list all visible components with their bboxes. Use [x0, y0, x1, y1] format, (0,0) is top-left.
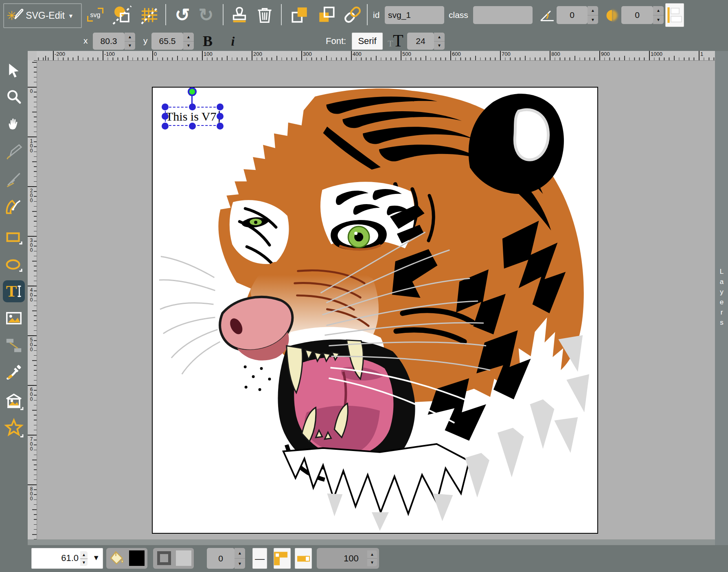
tool-star[interactable] [3, 417, 25, 439]
x-spinner[interactable]: ▲▼ [125, 33, 135, 50]
rotation-handle[interactable] [188, 87, 197, 96]
font-size-spinner[interactable]: ▲▼ [434, 33, 445, 50]
bold-button[interactable]: B [199, 32, 217, 51]
toolbar-separator [281, 4, 282, 25]
font-family-value: Serif [358, 36, 376, 46]
canvas-artwork-tiger[interactable] [153, 88, 597, 533]
undo-icon: ↺ [175, 4, 190, 25]
toolbar-separator [165, 4, 166, 25]
tool-image[interactable] [3, 308, 25, 330]
tool-text[interactable]: T [3, 280, 25, 302]
document-properties-button[interactable] [111, 4, 134, 26]
svg-source-button[interactable]: svg [85, 6, 106, 24]
stroke-color-swatch[interactable] [176, 550, 191, 566]
layers-panel-toggle[interactable]: Layers [715, 51, 728, 545]
blur-input[interactable] [621, 6, 653, 24]
doc-props-icon [112, 4, 133, 26]
move-top-icon [289, 4, 310, 25]
x-input[interactable] [93, 33, 125, 50]
pencil-icon [5, 143, 23, 161]
font-label: Font: [326, 36, 346, 46]
class-label: class [449, 10, 468, 20]
selection-handle-n[interactable] [189, 103, 196, 110]
editor-prefs-icon [139, 5, 160, 25]
tool-eyedropper[interactable] [3, 361, 25, 383]
linecap-icon [295, 548, 312, 569]
editor-preferences-button[interactable] [138, 4, 160, 26]
tool-select[interactable] [3, 59, 25, 81]
blur-tool [604, 7, 620, 24]
stroke-dash-select[interactable]: — [252, 548, 267, 569]
selection-handle-sw[interactable] [162, 123, 169, 130]
bold-label: B [203, 33, 213, 50]
selected-text-element[interactable]: This is V7 [166, 110, 216, 123]
move-to-bottom-button[interactable] [315, 3, 338, 26]
make-link-button[interactable] [341, 3, 364, 26]
opacity-control[interactable]: 100 ▲▼ [317, 548, 379, 569]
selection-handle-e[interactable] [217, 113, 224, 120]
y-spinner[interactable]: ▲▼ [183, 33, 194, 50]
tool-connector[interactable] [3, 334, 25, 356]
main-toolbar: ✳ SVG-Edit ▼ svg ↺ [0, 0, 728, 31]
zoom-dropdown-arrow[interactable]: ▼ [92, 554, 100, 562]
zoom-spinner[interactable]: ▲▼ [80, 551, 88, 566]
fill-color-control[interactable] [106, 548, 147, 569]
svg-source-bracket-icon [98, 8, 103, 13]
selection-handle-nw[interactable] [162, 103, 169, 110]
fill-color-swatch[interactable] [129, 550, 145, 566]
tool-line[interactable] [3, 168, 25, 190]
selection-handle-ne[interactable] [217, 103, 224, 110]
pan-hand-icon [6, 116, 22, 132]
stroke-width-spinner[interactable]: ▲▼ [235, 548, 245, 569]
tool-pan[interactable] [3, 113, 25, 135]
stroke-linejoin-button[interactable] [274, 548, 291, 569]
connector-icon [4, 336, 23, 355]
selection-handle-w[interactable] [162, 113, 169, 120]
tool-pencil[interactable] [3, 141, 25, 163]
stroke-frame-icon [157, 551, 171, 565]
zoom-value: 61.0 [61, 553, 79, 563]
horizontal-scrollbar[interactable] [28, 539, 715, 545]
italic-button[interactable]: i [225, 32, 241, 51]
zoom-control[interactable]: 61.0 ▲▼ ▼ [31, 548, 103, 569]
undo-button[interactable]: ↺ [173, 3, 192, 26]
italic-label: i [231, 34, 235, 49]
angle-input[interactable] [557, 6, 588, 24]
text-tool-panel: x ▲▼ y ▲▼ B i abcd abcd abcd Font: Serif… [0, 31, 728, 51]
toolbar-separator [367, 4, 368, 25]
clone-button[interactable] [229, 4, 250, 26]
tool-rect[interactable] [3, 227, 25, 249]
y-input[interactable] [151, 33, 183, 50]
class-input[interactable] [473, 6, 533, 24]
path-pen-icon [4, 198, 23, 216]
font-family-button[interactable]: Serif [352, 33, 383, 50]
tool-shape-library[interactable] [3, 390, 25, 412]
tool-ellipse[interactable] [3, 255, 25, 277]
blur-spinner[interactable]: ▲▼ [653, 6, 664, 24]
ruler-corner [28, 51, 37, 60]
svg-edit-app: { "app": { "logo_label": "SVG-Edit" }, "… [0, 0, 728, 572]
delete-button[interactable] [254, 4, 275, 26]
tool-zoom[interactable] [3, 86, 25, 108]
font-size-input[interactable] [407, 33, 434, 50]
move-to-top-button[interactable] [288, 3, 311, 26]
stroke-width-input[interactable] [207, 548, 235, 569]
selection-handle-s[interactable] [189, 123, 196, 130]
id-input[interactable] [385, 6, 444, 24]
y-label: y [143, 36, 148, 46]
delete-trash-icon [256, 6, 274, 24]
svg-canvas[interactable]: This is V7 [152, 87, 598, 534]
logo-menu-button[interactable]: ✳ SVG-Edit ▼ [3, 3, 82, 28]
blur-icon [605, 8, 619, 23]
tool-path[interactable] [3, 196, 25, 218]
angle-spinner[interactable]: ▲▼ [588, 6, 598, 24]
align-option-button[interactable] [665, 3, 684, 27]
font-size-icon: T T [388, 32, 406, 51]
redo-button[interactable]: ↻ [196, 3, 216, 26]
bottom-toolbar: 61.0 ▲▼ ▼ ▲▼ — 100 ▲▼ [0, 545, 728, 572]
selection-handle-se[interactable] [217, 123, 224, 130]
stroke-linecap-button[interactable] [295, 548, 312, 569]
stroke-color-control[interactable] [153, 548, 194, 569]
opacity-spinner[interactable]: ▲▼ [367, 550, 377, 566]
zoom-magnifier-icon [6, 88, 22, 105]
